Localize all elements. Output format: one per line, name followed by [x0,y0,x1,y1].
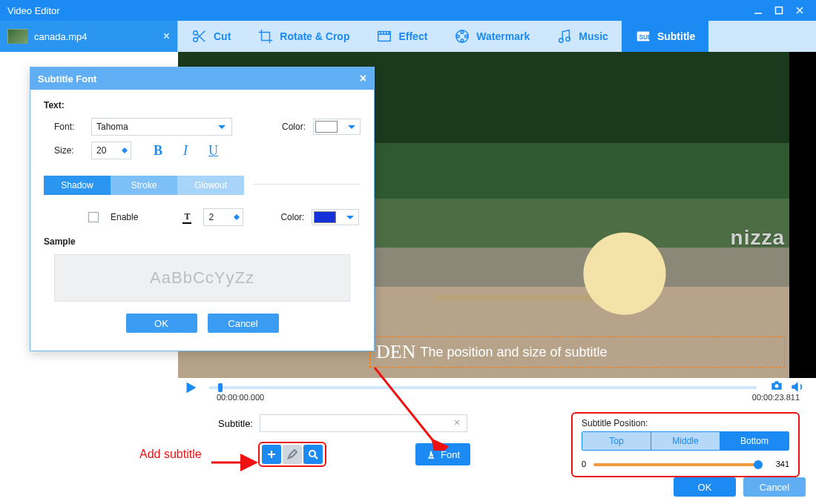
effect-tab-stroke[interactable]: Stroke [111,176,177,195]
search-subtitle-button[interactable] [303,445,323,464]
font-label: Font: [54,122,84,132]
dialog-title: Subtitle Font [38,73,96,84]
dialog-ok-button[interactable]: OK [126,314,197,333]
dialog-titlebar[interactable]: Subtitle Font × [30,67,374,90]
size-spinner[interactable]: 20 [91,142,131,159]
svg-rect-0 [776,7,783,14]
svg-point-2 [194,38,198,42]
position-heading: Subtitle Position: [582,418,789,428]
slider-min: 0 [582,460,586,468]
preview-letterbox [789,52,816,378]
sample-label: Sample [44,236,361,247]
text-color-picker[interactable] [313,119,361,135]
window-title: Video Editor [7,5,60,16]
effect-color-picker[interactable] [312,209,359,225]
underline-button[interactable]: U [208,143,218,159]
thickness-value: 2 [208,212,214,222]
size-label: Size: [54,145,84,156]
svg-point-1 [194,31,198,36]
slider-value: 341 [776,460,789,468]
music-icon [556,28,573,44]
font-combo[interactable]: Tahoma [91,118,232,136]
effect-color-swatch [314,211,336,223]
file-name: canada.mp4 [34,31,88,42]
thickness-icon: T [182,211,191,224]
effect-tab-glowout[interactable]: Glowout [177,176,244,195]
svg-point-7 [465,35,468,38]
subtitle-overlay-text: The position and size of subtitle [420,345,607,360]
svg-point-4 [456,30,469,43]
tab-watermark[interactable]: Watermark [441,21,543,52]
subtitle-icon: SUB [635,28,651,44]
subtitle-overlay-prefix: DEN [376,341,415,363]
subtitle-overlay-box[interactable]: DEN The position and size of subtitle [369,336,785,368]
bottom-actions: OK Cancel [674,477,806,497]
slider-track[interactable] [593,463,763,466]
clear-subtitle-icon[interactable]: × [454,417,460,428]
bold-button[interactable]: B [154,143,162,159]
svg-text:SUB: SUB [639,34,651,41]
position-slider[interactable]: 0 341 [582,458,789,471]
annotation-add-subtitle: Add subtitle [139,448,202,461]
svg-point-14 [309,451,315,457]
subtitle-button-group [258,442,326,467]
subtitle-font-dialog: Subtitle Font × Text: Font: Tahoma Color… [30,67,375,351]
position-top[interactable]: Top [582,432,651,450]
close-window-button[interactable] [789,0,810,21]
tab-effect[interactable]: Effect [363,21,441,52]
svg-point-6 [457,35,460,38]
sample-preview: AaBbCcYyZz [54,254,350,302]
main-ok-button[interactable]: OK [674,477,736,497]
timeline-track[interactable] [209,386,757,389]
subtitle-input[interactable] [260,414,467,432]
svg-point-5 [461,31,464,34]
effect-tabs: Shadow Stroke Glowout [44,176,244,195]
reel-icon [454,28,470,44]
tab-cut[interactable]: Cut [178,21,244,52]
svg-point-8 [461,39,464,42]
dialog-cancel-button[interactable]: Cancel [208,314,279,333]
section-text: Text: [44,100,361,110]
text-color-swatch [315,121,338,133]
sample-text: AaBbCcYyZz [150,268,254,288]
close-file-icon[interactable]: × [163,30,170,43]
add-subtitle-button[interactable] [262,445,281,464]
divider [253,184,361,185]
slider-thumb[interactable] [754,460,763,469]
subtitle-position-panel: Subtitle Position: Top Middle Bottom 0 3… [571,412,800,477]
thickness-spinner[interactable]: 2 [203,208,243,226]
file-tab[interactable]: canada.mp4 × [0,21,178,52]
italic-button[interactable]: I [183,143,188,159]
effect-tab-shadow[interactable]: Shadow [44,176,111,195]
size-value: 20 [96,145,106,156]
file-thumbnail [7,29,28,44]
minimize-button[interactable] [748,0,769,21]
tab-rotate-crop[interactable]: Rotate & Crop [244,21,363,52]
scene-sign: nizza [731,226,785,250]
position-middle[interactable]: Middle [651,432,720,450]
main-toolbar: canada.mp4 × Cut Rotate & Crop Effect Wa… [0,21,816,52]
time-duration: 00:00:23.811 [752,393,800,402]
crop-icon [257,28,274,44]
enable-checkbox[interactable] [88,212,103,223]
time-current: 00:00:00.000 [217,393,264,402]
play-button[interactable] [182,379,202,396]
timeline: 00:00:00.000 00:00:23.811 [178,379,800,402]
maximize-button[interactable] [769,0,789,21]
effect-color-label: Color: [280,212,304,222]
dialog-close-icon[interactable]: × [360,72,366,85]
enable-label: Enable [111,212,138,222]
text-color-label: Color: [282,122,306,132]
titlebar: Video Editor [0,0,816,21]
svg-point-13 [775,384,779,388]
edit-subtitle-button[interactable] [283,445,302,464]
position-segmented: Top Middle Bottom [582,431,789,451]
main-cancel-button[interactable]: Cancel [743,477,806,497]
film-icon [376,28,392,44]
font-button[interactable]: Font [415,443,470,465]
timeline-playhead[interactable] [218,383,223,392]
scissors-icon [191,28,208,44]
position-bottom[interactable]: Bottom [720,432,789,450]
tab-subtitle[interactable]: SUB Subtitle [622,21,708,52]
tab-music[interactable]: Music [543,21,622,52]
